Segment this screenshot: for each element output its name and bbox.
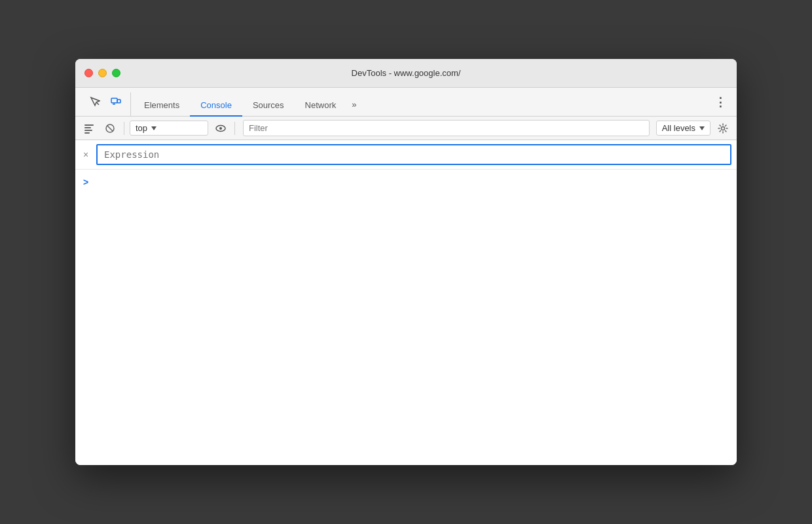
levels-dropdown-icon [699, 126, 705, 130]
svg-rect-7 [84, 132, 90, 134]
tab-elements[interactable]: Elements [134, 95, 190, 117]
window-title: DevTools - www.google.com/ [352, 68, 461, 78]
title-bar: DevTools - www.google.com/ [75, 59, 737, 88]
console-content: × > [75, 140, 737, 465]
watch-expressions-button[interactable] [212, 120, 229, 137]
clear-console-button[interactable] [81, 120, 98, 137]
tab-console[interactable]: Console [190, 95, 242, 117]
expression-row: × [75, 140, 737, 170]
devtools-menu-button[interactable]: ⋮ [709, 90, 731, 116]
svg-rect-5 [84, 127, 91, 128]
tab-sources[interactable]: Sources [242, 95, 295, 117]
block-requests-button[interactable] [101, 120, 119, 137]
tab-more-button[interactable]: » [346, 94, 361, 116]
svg-point-12 [722, 126, 725, 130]
inspect-element-button[interactable] [86, 92, 104, 111]
context-selector[interactable]: top [130, 121, 208, 136]
tab-bar: Elements Console Sources Network » ⋮ [75, 88, 737, 117]
settings-button[interactable] [714, 120, 731, 137]
svg-line-0 [96, 102, 99, 105]
close-button[interactable] [84, 69, 93, 77]
tab-network[interactable]: Network [295, 95, 347, 117]
context-dropdown-icon [151, 126, 157, 130]
log-levels-selector[interactable]: All levels [656, 121, 710, 136]
device-toolbar-button[interactable] [107, 92, 125, 111]
tab-icons [81, 92, 131, 116]
filter-input[interactable] [243, 120, 650, 136]
expression-input[interactable] [96, 144, 731, 165]
minimize-button[interactable] [98, 69, 107, 77]
svg-rect-2 [117, 100, 120, 103]
toolbar-divider-1 [124, 122, 124, 135]
console-prompt-area: > [75, 170, 737, 194]
svg-line-9 [107, 125, 113, 131]
console-prompt-symbol: > [83, 177, 88, 187]
maximize-button[interactable] [112, 69, 120, 77]
close-expression-button[interactable]: × [81, 149, 91, 160]
devtools-window: DevTools - www.google.com/ Element [75, 59, 737, 465]
traffic-lights [84, 69, 120, 77]
svg-rect-6 [84, 130, 92, 131]
svg-rect-1 [111, 98, 117, 103]
svg-point-11 [219, 127, 222, 130]
svg-rect-4 [84, 124, 94, 126]
toolbar-divider-2 [234, 122, 235, 135]
console-toolbar: top All levels [75, 117, 737, 140]
